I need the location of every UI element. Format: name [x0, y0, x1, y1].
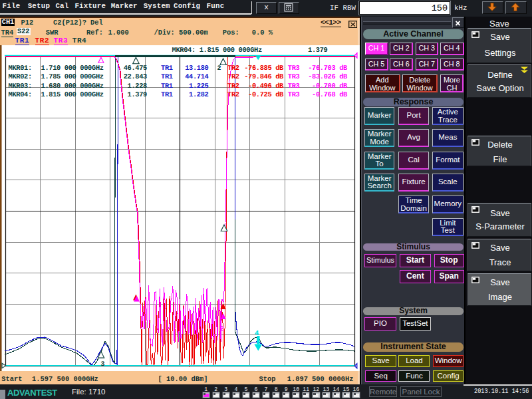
- svg-text:TR2: TR2: [227, 73, 239, 81]
- svg-text:-76.703 dB: -76.703 dB: [308, 65, 348, 72]
- svg-text:1.815 000 000GHz: 1.815 000 000GHz: [41, 91, 104, 99]
- svg-text:MKR03:: MKR03:: [9, 82, 32, 90]
- svg-text:6: 6: [254, 386, 257, 392]
- svg-text:7: 7: [265, 386, 268, 392]
- svg-text:13: 13: [323, 386, 329, 392]
- svg-text:15: 15: [342, 386, 349, 392]
- svg-text:3: 3: [224, 386, 227, 392]
- svg-text:22.843: 22.843: [124, 73, 147, 81]
- svg-text:8: 8: [275, 386, 278, 392]
- svg-text:1.379: 1.379: [308, 47, 328, 55]
- svg-text:1.228: 1.228: [128, 82, 148, 90]
- svg-text:TR3: TR3: [288, 65, 300, 72]
- svg-text:MKR04: 1.815 000 000GHz: MKR04: 1.815 000 000GHz: [172, 47, 262, 55]
- svg-text:4: 4: [255, 330, 259, 338]
- svg-text:1: 1: [204, 386, 207, 392]
- svg-text:2: 2: [220, 326, 224, 333]
- svg-text:MKR04:: MKR04:: [9, 91, 32, 99]
- svg-text:-0.496 dB: -0.496 dB: [248, 82, 284, 90]
- svg-text:4: 4: [234, 386, 237, 392]
- svg-text:-79.846 dB: -79.846 dB: [244, 73, 284, 81]
- svg-text:1.710 000 000GHz: 1.710 000 000GHz: [41, 65, 104, 72]
- svg-text:16: 16: [353, 386, 360, 392]
- svg-text:3: 3: [101, 361, 105, 368]
- svg-text:46.475: 46.475: [124, 65, 147, 72]
- svg-text:2: 2: [214, 386, 217, 392]
- svg-text:TR2: TR2: [227, 91, 239, 99]
- svg-text:TR1: TR1: [161, 82, 173, 90]
- svg-text:1.785 000 000GHz: 1.785 000 000GHz: [41, 73, 104, 81]
- svg-text:-83.026 dB: -83.026 dB: [308, 73, 348, 81]
- svg-text:13.180: 13.180: [185, 65, 208, 72]
- svg-text:MKR02:: MKR02:: [9, 73, 32, 81]
- svg-text:10: 10: [293, 386, 299, 392]
- svg-text:1.379: 1.379: [128, 91, 148, 99]
- svg-text:11: 11: [303, 386, 309, 392]
- svg-text:TR2: TR2: [227, 82, 239, 90]
- svg-text:TR2: TR2: [227, 65, 239, 72]
- svg-text:TR3: TR3: [288, 82, 300, 90]
- svg-text:-0.768 dB: -0.768 dB: [312, 91, 348, 99]
- svg-text:5: 5: [244, 386, 247, 392]
- svg-text:MKR01:: MKR01:: [9, 65, 32, 72]
- svg-text:1.680 000 000GHz: 1.680 000 000GHz: [41, 82, 104, 90]
- svg-text:TR3: TR3: [288, 73, 300, 81]
- svg-text:TR3: TR3: [288, 91, 300, 99]
- svg-text:TR1: TR1: [161, 73, 173, 81]
- svg-text:12: 12: [313, 386, 319, 392]
- svg-text:2: 2: [217, 65, 221, 72]
- svg-text:-76.885 dB: -76.885 dB: [244, 65, 284, 72]
- svg-text:TR1: TR1: [161, 91, 173, 99]
- svg-text:1.225: 1.225: [189, 82, 209, 90]
- svg-text:9: 9: [285, 386, 288, 392]
- svg-text:1.282: 1.282: [189, 91, 209, 99]
- svg-text:-0.725 dB: -0.725 dB: [248, 91, 284, 99]
- svg-text:14: 14: [332, 386, 339, 392]
- svg-text:-0.700 dB: -0.700 dB: [312, 82, 348, 90]
- svg-text:44.714: 44.714: [185, 73, 208, 81]
- svg-text:TR1: TR1: [161, 65, 173, 72]
